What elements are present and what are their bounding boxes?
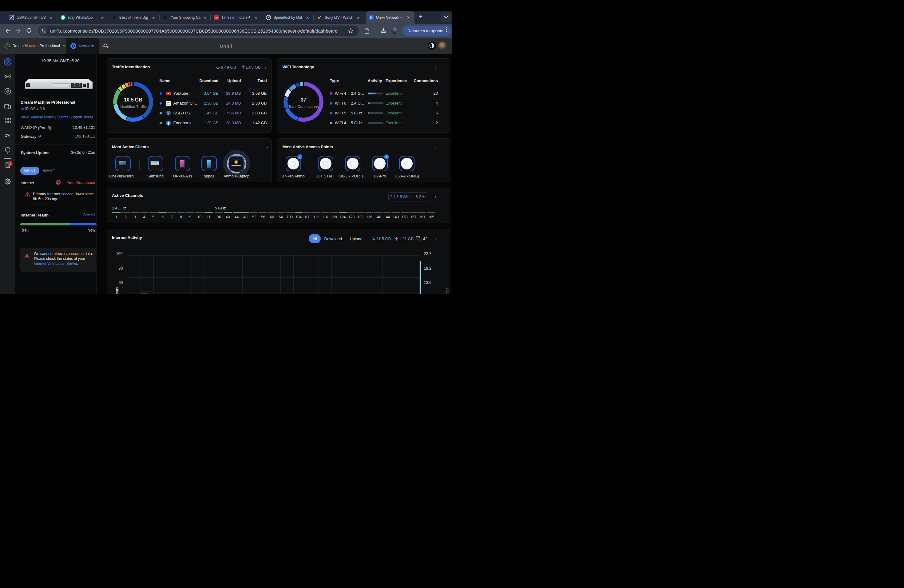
svg-text:aws: aws <box>167 101 170 103</box>
svg-text:TOI: TOI <box>215 17 218 19</box>
